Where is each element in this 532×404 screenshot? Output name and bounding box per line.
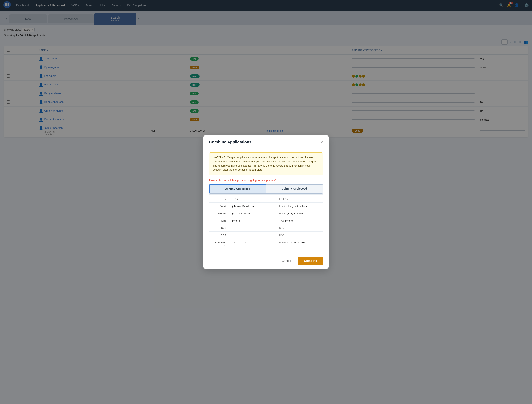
- modal-header: Combine Applications ×: [203, 135, 329, 148]
- compare-row-ssn: SSN SSN: [209, 224, 323, 232]
- divider: [209, 194, 323, 195]
- compare-val-left: [229, 232, 276, 239]
- compare-header: Johnny Appleseed Johnny Appleseed: [209, 184, 323, 194]
- compare-val-right: SSN: [276, 224, 323, 232]
- compare-val-left: Phone: [229, 217, 276, 224]
- modal-body: WARNING: Merging applicants is a permane…: [203, 148, 329, 253]
- cancel-button[interactable]: Cancel: [277, 257, 295, 265]
- compare-val-left: johnnya@mail.com: [229, 203, 276, 210]
- modal-footer: Cancel Combine: [203, 253, 329, 269]
- compare-row-dob: DOB DOB: [209, 232, 323, 239]
- applicant-primary-selector-right[interactable]: Johnny Appleseed: [266, 184, 323, 193]
- compare-val-right: Emailjohnnya@mail.com: [276, 203, 323, 210]
- compare-val-right: ID4217: [276, 195, 323, 202]
- combine-modal: Combine Applications × WARNING: Merging …: [203, 135, 329, 269]
- compare-row-id: ID 4219 ID4217: [209, 195, 323, 203]
- compare-val-left: (317) 817-0987: [229, 210, 276, 217]
- compare-val-left: [229, 224, 276, 232]
- applicant-primary-selector-left[interactable]: Johnny Appleseed: [209, 184, 266, 193]
- compare-val-right: Received AtJun 1, 2021: [276, 239, 323, 249]
- compare-row-phone: Phone (317) 817-0987 Phone(317) 817-0987: [209, 210, 323, 217]
- primary-label: Please choose which application is going…: [209, 179, 323, 182]
- compare-val-right: TypePhone: [276, 217, 323, 224]
- combine-button[interactable]: Combine: [298, 257, 323, 265]
- modal-overlay[interactable]: Combine Applications × WARNING: Merging …: [0, 0, 532, 404]
- modal-title: Combine Applications: [209, 140, 251, 145]
- compare-row-received: Received At Jun 1, 2021 Received AtJun 1…: [209, 239, 323, 249]
- warning-box: WARNING: Merging applicants is a permane…: [209, 152, 323, 175]
- compare-row-email: Email johnnya@mail.com Emailjohnnya@mail…: [209, 203, 323, 210]
- compare-val-right: Phone(317) 817-0987: [276, 210, 323, 217]
- modal-close-button[interactable]: ×: [320, 139, 323, 145]
- compare-val-left: Jun 1, 2021: [229, 239, 276, 249]
- compare-val-right: DOB: [276, 232, 323, 239]
- compare-val-left: 4219: [229, 195, 276, 202]
- compare-row-type: Type Phone TypePhone: [209, 217, 323, 224]
